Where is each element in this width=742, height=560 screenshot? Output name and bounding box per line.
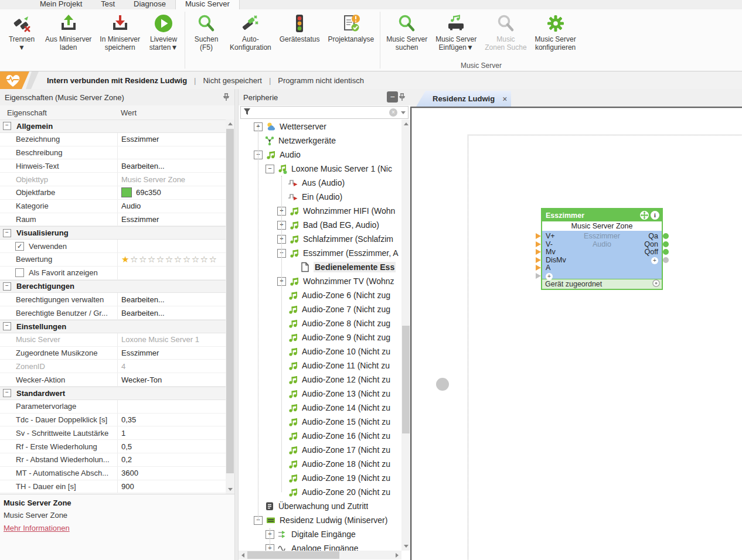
ribbon-tab-mein-projekt[interactable]: Mein Projekt xyxy=(30,0,91,9)
tree-item-bad-bad-eg-audio[interactable]: +Bad (Bad EG, Audio) xyxy=(239,218,401,232)
ribbon-tab-diagnose[interactable]: Diagnose xyxy=(124,0,175,9)
tree-item-audio-zone-8-nicht-zug[interactable]: Audio-Zone 8 (Nicht zug xyxy=(239,316,401,330)
property-row-kategorie[interactable]: KategorieAudio xyxy=(0,200,226,213)
program-canvas[interactable]: Esszimmer i Music Server Zone V+V-MvDisM… xyxy=(410,107,742,560)
liveview-start-button[interactable]: Liveviewstarten▼ xyxy=(144,12,183,53)
scroll-left-arrow[interactable] xyxy=(239,551,247,559)
section-collapse-icon[interactable]: − xyxy=(3,282,11,291)
scroll-up-arrow[interactable] xyxy=(226,119,234,128)
property-section-visualisierung[interactable]: −Visualisierung xyxy=(0,226,226,240)
property-row-als-favorit-anzeigen[interactable]: Als Favorit anzeigen xyxy=(0,267,226,280)
star-empty-icon[interactable]: ☆ xyxy=(209,254,218,264)
property-value-cell[interactable]: Esszimmer xyxy=(117,347,226,360)
input-connector[interactable] xyxy=(536,265,541,271)
save-to-miniserver-button[interactable]: In Miniserverspeichern xyxy=(96,12,144,53)
property-value-cell[interactable] xyxy=(117,267,226,279)
tree-item-residenz-ludwig-miniserver[interactable]: −Residenz Ludwig (Miniserver) xyxy=(239,513,401,527)
property-value-cell[interactable]: Bearbeiten... xyxy=(117,306,226,319)
property-section-einstellungen[interactable]: −Einstellungen xyxy=(0,320,226,333)
tree-item-ein-audio[interactable]: Ein (Audio) xyxy=(239,190,401,204)
add-input-button[interactable]: + xyxy=(546,273,553,280)
property-row-mt-automatische-absch[interactable]: MT - Automatische Absch...3600 xyxy=(0,467,226,480)
property-value-cell[interactable]: Wecker-Ton xyxy=(117,373,226,386)
output-connector[interactable] xyxy=(663,233,669,239)
output-connector[interactable] xyxy=(663,249,669,255)
checkbox-als-favorit-anzeigen[interactable] xyxy=(15,268,24,277)
property-row-objektfarbe[interactable]: Objektfarbe69c350 xyxy=(0,186,226,200)
property-value-cell[interactable]: Loxone Music Server 1 xyxy=(117,333,226,346)
tree-item-analoge-eing-nge[interactable]: +Analoge Eingänge xyxy=(239,541,401,551)
auto-configuration-button[interactable]: Auto-Konfiguration xyxy=(226,12,275,53)
property-value-cell[interactable]: 900 xyxy=(117,480,226,493)
property-value-cell[interactable]: Music Server Zone xyxy=(117,173,226,186)
collapse-all-button[interactable]: − xyxy=(387,91,398,103)
tree-filter-input[interactable]: × xyxy=(240,106,409,119)
input-connector[interactable] xyxy=(536,249,541,255)
tree-item-audio-zone-20-nicht-zu[interactable]: Audio-Zone 20 (Nicht zu xyxy=(239,485,401,499)
property-section-berechtigungen[interactable]: −Berechtigungen xyxy=(0,280,226,293)
scroll-down-arrow[interactable] xyxy=(401,542,410,551)
property-row-berechtigungen-verwalten[interactable]: Berechtigungen verwaltenBearbeiten... xyxy=(0,293,226,306)
tree-item-audio-zone-12-nicht-zu[interactable]: Audio-Zone 12 (Nicht zu xyxy=(239,373,401,387)
music-server-search-button[interactable]: Music Serversuchen xyxy=(382,12,431,53)
property-section-standardwert[interactable]: −Standardwert xyxy=(0,387,226,400)
tree-item-audio-zone-15-nicht-zu[interactable]: Audio-Zone 15 (Nicht zu xyxy=(239,415,401,429)
project-analysis-button[interactable]: Projektanalyse xyxy=(324,12,378,45)
move-icon[interactable] xyxy=(640,211,649,220)
star-empty-icon[interactable]: ☆ xyxy=(200,254,209,264)
tree-item-audio-zone-14-nicht-zu[interactable]: Audio-Zone 14 (Nicht zu xyxy=(239,401,401,415)
info-icon[interactable]: i xyxy=(651,211,659,220)
tree-item-audio-zone-19-nicht-zu[interactable]: Audio-Zone 19 (Nicht zu xyxy=(239,471,401,485)
music-server-insert-button[interactable]: Music ServerEinfügen▼ xyxy=(431,12,481,53)
property-row-wecker-aktion[interactable]: Wecker-AktionWecker-Ton xyxy=(0,373,226,387)
property-row-parametervorlage[interactable]: Parametervorlage xyxy=(0,400,226,414)
property-row-objekttyp[interactable]: ObjekttypMusic Server Zone xyxy=(0,173,226,186)
property-row-music-server[interactable]: Music ServerLoxone Music Server 1 xyxy=(0,333,226,347)
property-row-bezeichnung[interactable]: BezeichnungEsszimmer xyxy=(0,133,226,146)
property-row-zugeordnete-musikzone[interactable]: Zugeordnete MusikzoneEsszimmer xyxy=(0,347,226,360)
filter-clear-icon[interactable]: × xyxy=(389,108,397,117)
output-connector[interactable] xyxy=(663,257,669,263)
panel-splitter[interactable] xyxy=(234,89,239,560)
ribbon-tab-test[interactable]: Test xyxy=(91,0,124,9)
property-row-beschreibung[interactable]: Beschreibung xyxy=(0,146,226,160)
load-from-miniserver-button[interactable]: Aus Miniserverladen xyxy=(41,12,96,53)
device-config-icon[interactable] xyxy=(652,279,660,289)
star-empty-icon[interactable]: ☆ xyxy=(130,254,139,264)
section-collapse-icon[interactable]: − xyxy=(3,322,11,330)
expander-minus-icon[interactable]: − xyxy=(266,165,274,173)
filter-dropdown-icon[interactable] xyxy=(401,111,406,114)
tree-item-audio-zone-11-nicht-zu[interactable]: Audio-Zone 11 (Nicht zu xyxy=(239,358,401,373)
property-row-rr-abstand-wiederholun[interactable]: Rr - Abstand Wiederholun...0,2 xyxy=(0,453,226,467)
device-status-button[interactable]: Gerätestatus xyxy=(275,12,324,45)
property-row-zonenid[interactable]: ZonenID4 xyxy=(0,360,226,373)
property-value-cell[interactable]: Bearbeiten... xyxy=(117,159,226,172)
pin-icon[interactable] xyxy=(223,93,230,101)
property-value-cell[interactable]: 0,5 xyxy=(117,440,226,453)
tree-item-audio[interactable]: −Audio xyxy=(239,148,401,162)
tree-item-audio-zone-10-nicht-zu[interactable]: Audio-Zone 10 (Nicht zu xyxy=(239,344,401,358)
tree-horizontal-scrollbar[interactable] xyxy=(239,551,401,559)
tree-item-wetterserver[interactable]: +Wetterserver xyxy=(239,119,401,134)
input-connector[interactable] xyxy=(536,257,541,263)
property-value-cell[interactable] xyxy=(117,240,226,252)
property-value-cell[interactable]: Esszimmer xyxy=(117,133,226,146)
tree-item-audio-zone-7-nicht-zug[interactable]: Audio-Zone 7 (Nicht zug xyxy=(239,302,401,316)
output-connector[interactable] xyxy=(663,241,669,247)
property-value-cell[interactable]: 1 xyxy=(117,426,226,439)
tree-item-loxone-music-server-1-nic[interactable]: −Loxone Music Server 1 (Nic xyxy=(239,162,401,176)
property-section-allgemein[interactable]: −Allgemein xyxy=(0,119,226,133)
star-empty-icon[interactable]: ☆ xyxy=(156,254,165,264)
tree-item-schlafzimmer-schlafzim[interactable]: +Schlafzimmer (Schlafzim xyxy=(239,232,401,246)
properties-scrollbar[interactable] xyxy=(226,119,234,494)
input-connector[interactable] xyxy=(536,273,541,279)
star-empty-icon[interactable]: ☆ xyxy=(192,254,200,264)
property-value-cell[interactable]: 0,35 xyxy=(117,414,226,426)
property-value-cell[interactable]: Audio xyxy=(117,200,226,213)
tree-item-berwachung-und-zutritt[interactable]: Überwachung und Zutritt xyxy=(239,499,401,513)
property-row-tdc-dauer-doppelklick-s[interactable]: Tdc - Dauer Doppelklick [s]0,35 xyxy=(0,414,226,427)
music-zones-search-button[interactable]: MusicZonen Suche xyxy=(481,12,530,53)
input-connector[interactable] xyxy=(536,241,541,247)
star-empty-icon[interactable]: ☆ xyxy=(148,254,156,264)
property-value-cell[interactable]: 3600 xyxy=(117,467,226,480)
